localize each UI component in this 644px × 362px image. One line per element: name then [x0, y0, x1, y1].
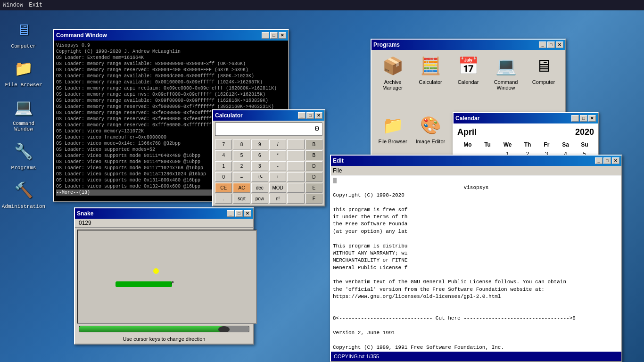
cal-maximize-button[interactable]: □ — [580, 115, 587, 122]
calc-btn-3[interactable]: 3 — [251, 161, 268, 171]
edit-line: 8<------------------------------ Cut her… — [333, 315, 619, 322]
calc-btn-AC[interactable]: AC — [233, 183, 250, 193]
cmd-minimize-button[interactable]: _ — [262, 32, 269, 39]
cal-titlebar[interactable]: Calendar _ □ ✕ — [454, 113, 598, 123]
cmd-title: Command Window — [56, 32, 260, 39]
prog-icon-calculator[interactable]: 🧮 Calculator — [414, 55, 447, 109]
snake-minimize-button[interactable]: _ — [227, 210, 234, 217]
prog-label: Image Editor — [416, 139, 445, 144]
cal-controls: _ □ ✕ — [571, 115, 596, 122]
calc-btn-5[interactable]: 5 — [233, 150, 250, 160]
cmd-line: OS Loader: memory range acpi nvs: 0x09ef… — [56, 91, 286, 98]
calc-btn-4[interactable]: 4 — [215, 150, 232, 160]
snake-window: Snake _ □ ✕ 0129 ↗ Use cursor keys to ch… — [74, 207, 254, 345]
calc-btn-8[interactable]: 8 — [233, 140, 250, 149]
calc-minimize-button[interactable]: _ — [298, 112, 305, 119]
calc-display: 0 — [215, 123, 322, 136]
calc-btn-subtract[interactable]: - — [269, 161, 286, 171]
calc-btn-1[interactable]: 1 — [215, 161, 232, 171]
calc-btn-equals[interactable]: = — [233, 172, 250, 182]
edit-content[interactable]: Visopsys Copyright (C) 1998-2020 This pr… — [331, 175, 621, 352]
cal-close-button[interactable]: ✕ — [588, 115, 596, 122]
cmd-maximize-button[interactable]: □ — [270, 32, 278, 39]
cmd-line: Visopsys 0.9 — [56, 42, 286, 49]
calc-btn-sqrt[interactable]: sqrt — [233, 194, 250, 204]
calc-btn-pow[interactable]: pow — [251, 194, 268, 204]
prog-icon-computer[interactable]: 🖥 Computer — [527, 55, 560, 109]
sidebar-icon-administration[interactable]: 🔨 Administration — [5, 179, 42, 209]
edit-line: the 'official' version from the Free Sof… — [333, 286, 619, 293]
calc-close-button[interactable]: ✕ — [315, 112, 322, 119]
edit-minimize-button[interactable]: _ — [595, 157, 603, 164]
calc-btn-2[interactable]: 2 — [233, 161, 250, 171]
snake-titlebar[interactable]: Snake _ □ ✕ — [75, 208, 253, 219]
edit-line: Copyright (C) 1989, 1991 Free Software F… — [333, 344, 619, 351]
sidebar-icon-computer[interactable]: 🖥 Computer — [5, 19, 42, 49]
prog-icon-archive-manager[interactable]: 📦 ArchiveManager — [376, 55, 409, 109]
calc-btn-plusminus[interactable]: +/- — [251, 172, 268, 182]
prog-icon-command-window[interactable]: 💻 CommandWindow — [489, 55, 522, 109]
programs-titlebar[interactable]: Programs _ □ ✕ — [372, 40, 565, 50]
sidebar-icon-file-browser[interactable]: 📁 File Browser — [5, 58, 42, 88]
calc-btn-B[interactable]: B — [305, 140, 322, 149]
cmd-titlebar[interactable]: Command Window _ □ ✕ — [54, 30, 288, 41]
edit-line: Version 2, June 1991 — [333, 329, 619, 337]
edit-menu-file[interactable]: File — [333, 167, 342, 174]
snake-progress-fill — [79, 326, 223, 332]
calc-btn-multiply[interactable]: * — [269, 150, 286, 160]
calc-btn-dot[interactable]: . — [215, 194, 232, 204]
cal-header: April 2020 — [457, 127, 594, 137]
snake-cursor-handle[interactable] — [218, 326, 230, 332]
calculator-window: Calculator _ □ ✕ 0 7 8 9 / B 4 5 6 * B 1… — [212, 109, 325, 206]
calc-btn-B2[interactable]: B — [305, 150, 322, 160]
menubar: Window Exit — [0, 0, 644, 10]
menu-exit[interactable]: Exit — [29, 2, 42, 8]
cal-minimize-button[interactable]: _ — [571, 115, 579, 122]
cal-header-we: We — [497, 140, 518, 149]
calc-btn-F[interactable]: F — [305, 194, 322, 204]
image-editor-icon: 🎨 — [419, 114, 442, 137]
calc-btn-D[interactable]: D — [305, 161, 322, 171]
snake-maximize-button[interactable]: □ — [235, 210, 243, 217]
cmd-line: OS Loader: Extended mem=161664K — [56, 55, 286, 61]
cmd-line: OS Loader: memory range reserved: 0x0009… — [56, 67, 286, 73]
programs-maximize-button[interactable]: □ — [547, 41, 555, 48]
calc-btn-D2[interactable]: D — [305, 172, 322, 182]
calc-maximize-button[interactable]: □ — [306, 112, 314, 119]
calc-btn-MOD[interactable]: MOD — [269, 183, 286, 193]
menu-window[interactable]: Window — [3, 2, 23, 8]
cal-header-th: Th — [518, 140, 537, 149]
calc-btn-E[interactable]: E — [305, 183, 322, 193]
calc-btn-factorial[interactable]: n! — [269, 194, 286, 204]
programs-minimize-button[interactable]: _ — [539, 41, 546, 48]
prog-label: File Browser — [378, 139, 407, 144]
calc-btn-CE[interactable]: CE — [215, 183, 232, 193]
cal-header-fr: Fr — [537, 140, 556, 149]
calc-btn-divide[interactable]: / — [269, 140, 286, 149]
edit-status-text: COPYING.txt 1/355 — [334, 354, 379, 359]
calc-btn-6[interactable]: 6 — [251, 150, 268, 160]
calc-btn-empty2 — [287, 150, 304, 160]
calc-titlebar[interactable]: Calculator _ □ ✕ — [213, 110, 324, 121]
sidebar-icon-command-window[interactable]: 💻 Command Window — [5, 96, 42, 132]
admin-icon: 🔨 — [12, 179, 35, 202]
calc-btn-add[interactable]: + — [269, 172, 286, 182]
calc-btn-dec[interactable]: dec — [251, 183, 268, 193]
archive-manager-icon: 📦 — [381, 55, 404, 77]
computer-icon: 🖥 — [532, 55, 555, 77]
prog-icon-calendar[interactable]: 📅 Calendar — [452, 55, 485, 109]
edit-line: General Public License f — [333, 264, 619, 272]
calc-btn-9[interactable]: 9 — [251, 140, 268, 149]
sidebar: 🖥 Computer 📁 File Browser 💻 Command Wind… — [0, 14, 47, 362]
cmd-close-button[interactable]: ✕ — [279, 32, 286, 39]
edit-line: Visopsys — [333, 184, 619, 191]
calc-btn-7[interactable]: 7 — [215, 140, 232, 149]
edit-maximize-button[interactable]: □ — [603, 157, 611, 164]
edit-titlebar[interactable]: Edit _ □ ✕ — [331, 156, 621, 166]
sidebar-icon-programs[interactable]: 🔧 Programs — [5, 140, 42, 171]
calc-btn-0[interactable]: 0 — [215, 172, 232, 182]
snake-close-button[interactable]: ✕ — [244, 210, 251, 217]
programs-close-button[interactable]: ✕ — [556, 41, 563, 48]
edit-close-button[interactable]: ✕ — [612, 157, 619, 164]
edit-line: MERCHANTABILITY or FITNE — [333, 257, 619, 264]
